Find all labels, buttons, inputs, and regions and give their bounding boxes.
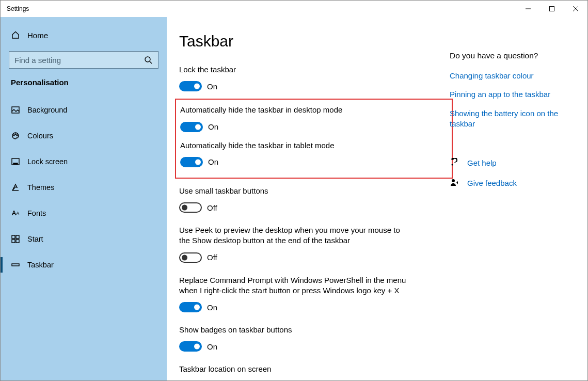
search-input[interactable]: Find a setting (9, 51, 158, 69)
toggle-small-buttons[interactable] (179, 202, 202, 213)
toggle-state: On (207, 342, 217, 351)
sidebar-item-fonts[interactable]: AA Fonts (1, 202, 167, 224)
home-button[interactable]: Home (1, 25, 167, 45)
svg-rect-15 (16, 240, 19, 243)
toggle-state: On (208, 122, 218, 131)
get-help-row[interactable]: Get help (450, 158, 569, 169)
get-help-link[interactable]: Get help (467, 158, 497, 168)
setting-label: Automatically hide the taskbar in tablet… (180, 140, 407, 151)
setting-powershell: Replace Command Prompt with Windows Powe… (179, 275, 446, 313)
help-icon (450, 158, 459, 169)
help-link-battery-icon[interactable]: Showing the battery icon on the taskbar (450, 108, 569, 130)
feedback-icon (450, 178, 459, 189)
setting-label: Show badges on taskbar buttons (179, 325, 406, 335)
svg-rect-16 (12, 264, 19, 266)
sidebar-item-lock-screen[interactable]: Lock screen (1, 151, 167, 172)
aside-question: Do you have a question? (450, 51, 569, 60)
sidebar-item-label: Colours (27, 132, 53, 140)
svg-point-17 (452, 164, 453, 166)
toggle-peek[interactable] (179, 252, 202, 263)
sidebar: Home Find a setting Personalisation Back… (1, 17, 167, 380)
sidebar-item-colours[interactable]: Colours (1, 125, 167, 147)
sidebar-item-label: Background (27, 106, 67, 114)
toggle-powershell[interactable] (179, 302, 202, 312)
main-panel: Taskbar Lock the taskbar On Automaticall… (167, 17, 587, 380)
setting-label: Use Peek to preview the desktop when you… (179, 225, 406, 246)
page-title: Taskbar (179, 33, 446, 50)
toggle-state: Off (207, 253, 217, 262)
toggle-state: On (208, 157, 218, 166)
toggle-lock-taskbar[interactable] (179, 81, 202, 91)
fonts-icon: AA (11, 209, 20, 218)
aside-panel: Do you have a question? Changing taskbar… (446, 33, 587, 380)
setting-taskbar-location: Taskbar location on screen Bottom (179, 364, 446, 380)
svg-point-4 (145, 57, 150, 62)
svg-rect-1 (550, 7, 554, 11)
setting-label: Use small taskbar buttons (179, 186, 406, 196)
help-link-pinning[interactable]: Pinning an app to the taskbar (450, 89, 569, 100)
setting-autohide-desktop: Automatically hide the taskbar in deskto… (180, 105, 444, 132)
toggle-badges[interactable] (179, 341, 202, 352)
close-button[interactable] (564, 1, 587, 17)
sidebar-item-start[interactable]: Start (1, 228, 167, 250)
setting-label: Lock the taskbar (179, 65, 406, 75)
title-bar: Settings (1, 1, 587, 17)
maximize-button[interactable] (540, 1, 564, 17)
sidebar-item-themes[interactable]: Themes (1, 177, 167, 198)
setting-autohide-tablet: Automatically hide the taskbar in tablet… (180, 140, 444, 167)
toggle-state: Off (207, 203, 217, 212)
search-icon (144, 55, 153, 65)
svg-line-5 (150, 61, 152, 64)
give-feedback-row[interactable]: Give feedback (450, 178, 569, 189)
setting-label: Taskbar location on screen (179, 364, 406, 374)
window-title: Settings (1, 5, 29, 12)
svg-point-9 (17, 135, 18, 136)
svg-rect-11 (13, 163, 18, 164)
home-icon (11, 30, 20, 40)
svg-point-7 (13, 135, 14, 136)
setting-lock-taskbar: Lock the taskbar On (179, 65, 446, 91)
home-label: Home (27, 31, 48, 40)
section-title: Personalisation (1, 78, 167, 92)
sidebar-item-background[interactable]: Background (1, 99, 167, 121)
setting-small-buttons: Use small taskbar buttons Off (179, 186, 446, 213)
toggle-state: On (207, 303, 217, 312)
svg-point-8 (15, 134, 16, 135)
toggle-autohide-desktop[interactable] (180, 122, 203, 132)
toggle-state: On (207, 82, 217, 91)
lock-screen-icon (11, 157, 20, 166)
image-icon (11, 105, 20, 115)
themes-icon (11, 183, 20, 192)
taskbar-icon (11, 260, 20, 269)
toggle-autohide-tablet[interactable] (180, 157, 203, 167)
sidebar-item-label: Lock screen (27, 157, 68, 166)
sidebar-item-label: Start (27, 235, 43, 243)
setting-badges: Show badges on taskbar buttons On (179, 325, 446, 352)
setting-label: Automatically hide the taskbar in deskto… (180, 105, 407, 115)
svg-rect-13 (16, 235, 19, 239)
sidebar-item-taskbar[interactable]: Taskbar (1, 254, 167, 276)
search-placeholder: Find a setting (14, 56, 144, 65)
svg-point-18 (452, 179, 455, 182)
minimize-button[interactable] (516, 1, 540, 17)
setting-label: Replace Command Prompt with Windows Powe… (179, 275, 406, 296)
palette-icon (11, 131, 20, 140)
give-feedback-link[interactable]: Give feedback (467, 178, 517, 188)
help-link-taskbar-colour[interactable]: Changing taskbar colour (450, 71, 569, 81)
start-icon (11, 234, 20, 244)
highlight-box: Automatically hide the taskbar in deskto… (175, 99, 453, 179)
svg-rect-14 (12, 240, 15, 243)
sidebar-item-label: Taskbar (27, 261, 54, 269)
sidebar-item-label: Fonts (27, 209, 46, 217)
svg-rect-12 (12, 235, 15, 239)
sidebar-item-label: Themes (27, 183, 54, 192)
setting-peek: Use Peek to preview the desktop when you… (179, 225, 446, 263)
